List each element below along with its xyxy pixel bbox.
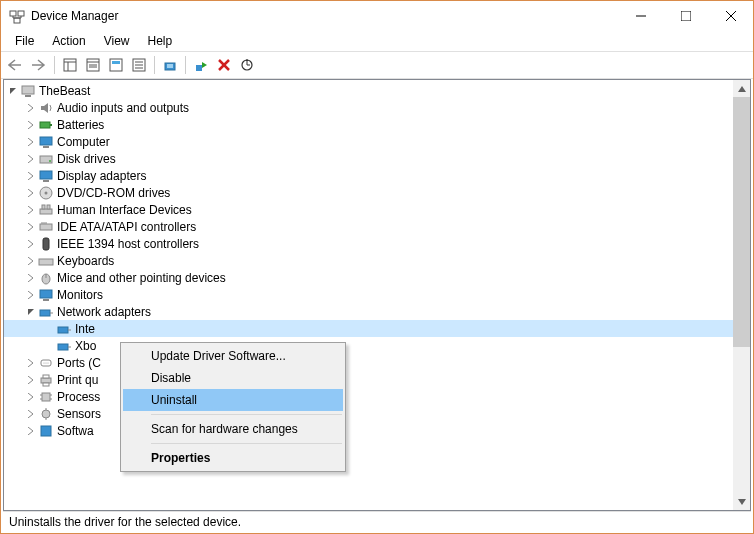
tree-node-batteries[interactable]: Batteries (4, 116, 733, 133)
svg-rect-31 (25, 95, 31, 97)
svg-rect-78 (41, 426, 51, 436)
toolbar-separator (154, 56, 155, 74)
tree-leaf-network-intel[interactable]: Inte (4, 320, 733, 337)
show-hide-tree-button[interactable] (59, 54, 81, 76)
printer-icon (38, 372, 54, 388)
chevron-down-icon[interactable] (24, 308, 38, 316)
tree-node-hid[interactable]: Human Interface Devices (4, 201, 733, 218)
sensor-icon (38, 406, 54, 422)
context-menu-scan[interactable]: Scan for hardware changes (123, 418, 343, 440)
svg-rect-26 (196, 65, 202, 71)
forward-button[interactable] (28, 54, 50, 76)
tree-node-sensors[interactable]: Sensors (4, 405, 733, 422)
svg-rect-69 (43, 383, 49, 386)
chevron-down-icon[interactable] (6, 87, 20, 95)
window-controls (618, 2, 753, 30)
minimize-button[interactable] (618, 2, 663, 30)
close-button[interactable] (708, 2, 753, 30)
tree-node-network-adapters[interactable]: Network adapters (4, 303, 733, 320)
chevron-right-icon[interactable] (24, 206, 38, 214)
tree-node-audio[interactable]: Audio inputs and outputs (4, 99, 733, 116)
context-menu-separator (151, 443, 342, 444)
svg-rect-50 (39, 259, 53, 265)
properties-button[interactable] (82, 54, 104, 76)
chevron-right-icon[interactable] (24, 223, 38, 231)
tree-node-disk-drives[interactable]: Disk drives (4, 150, 733, 167)
menu-help[interactable]: Help (140, 33, 181, 49)
toolbar (1, 51, 753, 79)
tree-node-ide[interactable]: IDE ATA/ATAPI controllers (4, 218, 733, 235)
tree-node-dvd[interactable]: DVD/CD-ROM drives (4, 184, 733, 201)
chevron-right-icon[interactable] (24, 155, 38, 163)
svg-rect-34 (40, 137, 52, 145)
chevron-right-icon[interactable] (24, 376, 38, 384)
tree-leaf-network-xbox[interactable]: Xbo (4, 337, 733, 354)
tree-node-print-queues[interactable]: Print qu (4, 371, 733, 388)
chevron-right-icon[interactable] (24, 410, 38, 418)
status-text: Uninstalls the driver for the selected d… (9, 515, 241, 529)
keyboard-icon (38, 253, 54, 269)
device-tree[interactable]: TheBeast Audio inputs and outputs Batter… (4, 80, 733, 510)
context-menu-disable[interactable]: Disable (123, 367, 343, 389)
chevron-right-icon[interactable] (24, 138, 38, 146)
chevron-right-icon[interactable] (24, 359, 38, 367)
context-menu-uninstall[interactable]: Uninstall (123, 389, 343, 411)
app-icon (9, 8, 25, 24)
computer-icon (20, 83, 36, 99)
enable-button[interactable] (190, 54, 212, 76)
tree-node-ieee1394[interactable]: IEEE 1394 host controllers (4, 235, 733, 252)
vertical-scrollbar[interactable] (733, 80, 750, 510)
svg-point-41 (45, 191, 48, 194)
svg-rect-67 (41, 378, 51, 383)
window-title: Device Manager (31, 9, 618, 23)
svg-point-64 (44, 362, 45, 363)
svg-rect-68 (43, 375, 49, 378)
chevron-right-icon[interactable] (24, 291, 38, 299)
scrollbar-thumb[interactable] (733, 97, 750, 347)
detail-button[interactable] (128, 54, 150, 76)
chevron-right-icon[interactable] (24, 189, 38, 197)
uninstall-button[interactable] (213, 54, 235, 76)
scroll-down-button[interactable] (733, 493, 750, 510)
svg-rect-2 (14, 18, 20, 23)
context-menu-properties[interactable]: Properties (123, 447, 343, 469)
tree-node-software[interactable]: Softwa (4, 422, 733, 439)
svg-rect-19 (112, 61, 120, 64)
scan-hardware-button[interactable] (236, 54, 258, 76)
chevron-right-icon[interactable] (24, 172, 38, 180)
ide-icon (38, 219, 54, 235)
chevron-right-icon[interactable] (24, 121, 38, 129)
context-menu-update-driver[interactable]: Update Driver Software... (123, 345, 343, 367)
svg-point-65 (46, 362, 47, 363)
scroll-up-button[interactable] (733, 80, 750, 97)
svg-rect-39 (43, 180, 49, 182)
back-button[interactable] (5, 54, 27, 76)
svg-rect-56 (43, 299, 49, 301)
svg-rect-0 (10, 11, 16, 16)
tree-node-processors[interactable]: Process (4, 388, 733, 405)
maximize-button[interactable] (663, 2, 708, 30)
tree-node-mice[interactable]: Mice and other pointing devices (4, 269, 733, 286)
tree-node-monitors[interactable]: Monitors (4, 286, 733, 303)
tree-node-ports[interactable]: Ports (C (4, 354, 733, 371)
menu-action[interactable]: Action (44, 33, 93, 49)
chevron-right-icon[interactable] (24, 274, 38, 282)
chevron-right-icon[interactable] (24, 393, 38, 401)
toolbar-separator (185, 56, 186, 74)
context-menu-separator (151, 414, 342, 415)
chevron-right-icon[interactable] (24, 257, 38, 265)
tree-node-keyboards[interactable]: Keyboards (4, 252, 733, 269)
tree-root[interactable]: TheBeast (4, 82, 733, 99)
tree-node-display-adapters[interactable]: Display adapters (4, 167, 733, 184)
menu-view[interactable]: View (96, 33, 138, 49)
tree-node-computer[interactable]: Computer (4, 133, 733, 150)
svg-rect-49 (43, 238, 49, 250)
chevron-right-icon[interactable] (24, 240, 38, 248)
update-driver-button[interactable] (159, 54, 181, 76)
menu-file[interactable]: File (7, 33, 42, 49)
chevron-right-icon[interactable] (24, 104, 38, 112)
svg-rect-8 (681, 11, 691, 21)
svg-rect-61 (58, 344, 68, 350)
chevron-right-icon[interactable] (24, 427, 38, 435)
help-button[interactable] (105, 54, 127, 76)
